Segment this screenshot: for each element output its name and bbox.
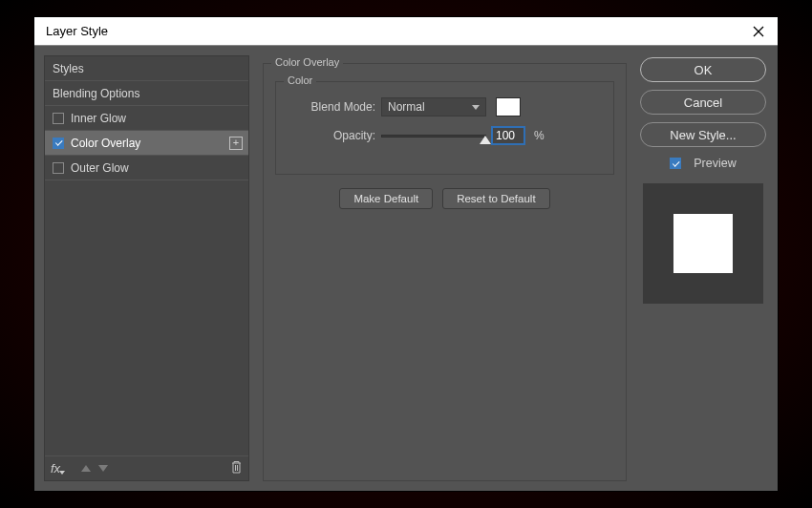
group-title: Color [284, 74, 316, 86]
opacity-value: 100 [496, 129, 515, 142]
styles-footer: fx [45, 455, 248, 480]
new-style-button[interactable]: New Style... [640, 122, 766, 147]
dialog-title: Layer Style [46, 24, 751, 38]
preview-toggle-row: Preview [640, 157, 766, 170]
checkbox-outer-glow[interactable] [53, 162, 64, 174]
action-panel: OK Cancel New Style... Preview [640, 55, 766, 481]
move-down-icon[interactable] [98, 465, 108, 472]
make-default-button[interactable]: Make Default [339, 188, 433, 209]
default-buttons-row: Make Default Reset to Default [275, 188, 614, 209]
delete-style-button[interactable] [230, 460, 243, 476]
style-item-label: Outer Glow [71, 161, 129, 175]
checkbox-inner-glow[interactable] [53, 113, 64, 124]
preview-checkbox[interactable] [670, 158, 681, 169]
move-up-icon[interactable] [81, 465, 91, 472]
add-effect-button[interactable]: + [229, 137, 243, 150]
fx-menu-icon[interactable]: fx [51, 461, 60, 476]
titlebar: Layer Style [34, 17, 778, 46]
preview-thumbnail [673, 214, 733, 273]
styles-header-label: Styles [53, 62, 84, 75]
style-item-blending-options[interactable]: Blending Options [45, 81, 248, 106]
styles-panel: Styles Blending Options Inner Glow Color… [44, 55, 249, 481]
color-overlay-section: Color Overlay Color Blend Mode: Normal O… [263, 63, 627, 481]
styles-list: Styles Blending Options Inner Glow Color… [45, 56, 248, 455]
layer-style-dialog: Layer Style Styles Blending Options Inne… [33, 16, 779, 492]
settings-panel: Color Overlay Color Blend Mode: Normal O… [263, 55, 627, 481]
slider-thumb-icon[interactable] [480, 136, 491, 144]
style-item-label: Blending Options [53, 87, 139, 100]
style-item-outer-glow[interactable]: Outer Glow [45, 156, 248, 180]
blend-mode-select[interactable]: Normal [381, 97, 486, 116]
blend-mode-value: Normal [388, 100, 425, 114]
dialog-body: Styles Blending Options Inner Glow Color… [34, 46, 778, 491]
styles-header[interactable]: Styles [45, 56, 248, 81]
color-group: Color Blend Mode: Normal Opacity: [275, 81, 614, 175]
checkbox-color-overlay[interactable] [53, 138, 64, 149]
close-icon [753, 26, 764, 37]
section-title: Color Overlay [271, 56, 343, 68]
opacity-input[interactable]: 100 [492, 127, 524, 144]
ok-button[interactable]: OK [640, 57, 766, 82]
cancel-button[interactable]: Cancel [640, 90, 766, 115]
blend-mode-label: Blend Mode: [288, 100, 375, 114]
blend-mode-row: Blend Mode: Normal [288, 95, 602, 118]
preview-box [643, 183, 763, 304]
preview-label: Preview [694, 157, 736, 170]
opacity-label: Opacity: [288, 129, 375, 142]
reset-default-button[interactable]: Reset to Default [442, 188, 549, 209]
opacity-row: Opacity: 100 % [288, 124, 602, 147]
overlay-color-swatch[interactable] [496, 97, 521, 116]
percent-suffix: % [534, 129, 545, 142]
style-item-color-overlay[interactable]: Color Overlay + [45, 131, 248, 156]
style-item-label: Color Overlay [71, 137, 140, 150]
close-button[interactable] [751, 24, 766, 39]
trash-icon [230, 460, 243, 474]
style-item-label: Inner Glow [71, 112, 126, 125]
style-item-inner-glow[interactable]: Inner Glow [45, 106, 248, 131]
opacity-slider[interactable] [381, 135, 486, 138]
